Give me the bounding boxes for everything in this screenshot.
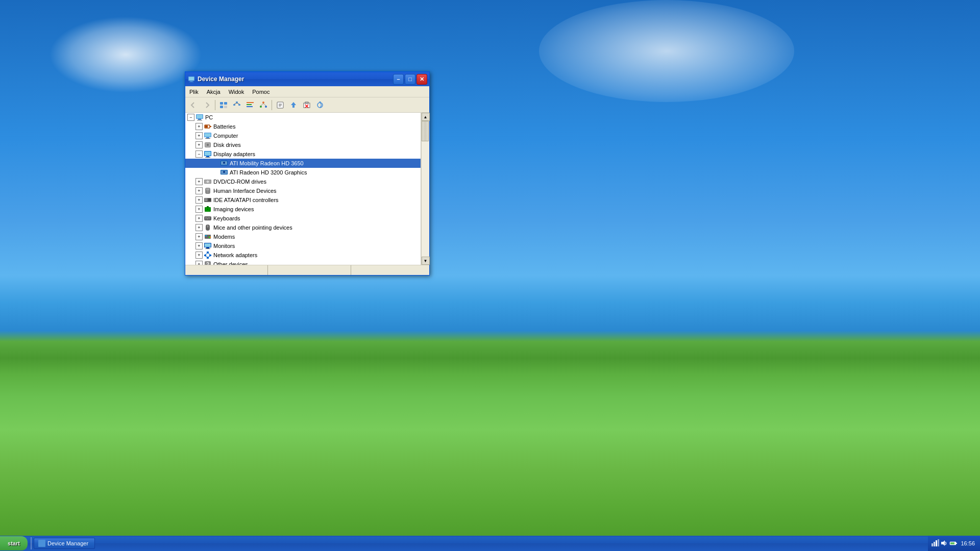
toolbar-sep-2 — [272, 100, 272, 110]
tree-root-pc[interactable]: − PC — [185, 113, 421, 122]
menu-pomoc[interactable]: Pomoc — [248, 86, 274, 97]
minimize-button[interactable]: – — [393, 74, 404, 85]
scroll-down-arrow[interactable]: ▼ — [422, 257, 430, 265]
svg-rect-94 — [207, 257, 209, 259]
taskbar-tray: 16:56 — [928, 536, 980, 551]
taskbar-items: Device Manager — [33, 536, 928, 551]
svg-rect-13 — [247, 102, 254, 103]
menu-plik[interactable]: Plik — [185, 86, 203, 97]
svg-rect-1 — [189, 77, 194, 81]
modems-expander[interactable]: + — [195, 233, 203, 240]
svg-rect-31 — [197, 115, 203, 118]
svg-rect-46 — [205, 152, 211, 156]
tray-network-icon — [931, 539, 939, 547]
dvd-expander[interactable]: + — [195, 178, 203, 185]
hid-expander[interactable]: + — [195, 187, 203, 194]
svg-rect-2 — [190, 81, 192, 82]
menu-widok[interactable]: Widok — [225, 86, 249, 97]
keyboards-expander[interactable]: + — [195, 215, 203, 222]
tree-mice[interactable]: + Mice and other pointing devices — [185, 223, 421, 232]
show-devices-by-connection-button[interactable] — [231, 99, 243, 111]
scrollbar-thumb[interactable] — [422, 121, 429, 141]
svg-rect-71 — [205, 217, 206, 218]
menu-akcja[interactable]: Akcja — [203, 86, 225, 97]
scroll-up-arrow[interactable]: ▲ — [422, 113, 430, 121]
disk-expander[interactable]: + — [195, 141, 203, 148]
tree-network[interactable]: + Network adapters — [185, 251, 421, 260]
display-icon — [204, 150, 212, 158]
taskbar-item-device-manager[interactable]: Device Manager — [34, 538, 95, 549]
back-button[interactable] — [187, 99, 200, 111]
svg-line-96 — [208, 256, 210, 257]
vertical-scrollbar[interactable]: ▲ ▼ — [421, 113, 429, 265]
tree-other[interactable]: + ? Other devices — [185, 260, 421, 265]
svg-point-18 — [265, 106, 267, 108]
status-panel-3 — [351, 265, 429, 275]
mice-expander[interactable]: + — [195, 224, 203, 231]
svg-rect-76 — [206, 218, 209, 219]
tree-ati-3200[interactable]: ATI Radeon HD 3200 Graphics — [185, 168, 421, 177]
keyboards-icon — [204, 214, 212, 222]
svg-rect-9 — [233, 104, 235, 106]
menu-bar: Plik Akcja Widok Pomoc — [185, 86, 429, 97]
svg-rect-38 — [205, 133, 211, 137]
forward-button[interactable] — [201, 99, 213, 111]
imaging-icon — [204, 205, 212, 213]
other-expander[interactable]: + — [195, 261, 203, 265]
show-resources-by-type-button[interactable] — [244, 99, 256, 111]
tree-ide[interactable]: + IDE ATA/ATAPI controllers — [185, 195, 421, 205]
show-resources-by-connection-button[interactable] — [257, 99, 270, 111]
scrollbar-track[interactable] — [422, 121, 429, 257]
tree-computer[interactable]: + Computer — [185, 131, 421, 140]
tree-disk-drives[interactable]: + Disk drives — [185, 140, 421, 149]
taskbar-device-manager-icon — [38, 540, 45, 547]
tray-volume-icon — [940, 539, 948, 547]
taskbar-item-label: Device Manager — [47, 540, 88, 546]
ati-3650-label: ATI Mobility Radeon HD 3650 — [230, 160, 304, 166]
toolbar-sep-1 — [215, 100, 215, 110]
maximize-button[interactable]: □ — [405, 74, 415, 85]
imaging-expander[interactable]: + — [195, 206, 203, 213]
pc-expander[interactable]: − — [187, 114, 194, 121]
uninstall-button[interactable] — [301, 99, 313, 111]
status-panel-2 — [268, 265, 351, 275]
tree-panel[interactable]: − PC + — [185, 113, 421, 265]
properties-button[interactable] — [274, 99, 286, 111]
tree-imaging[interactable]: + Imaging devices — [185, 205, 421, 214]
device-manager-window: Device Manager – □ ✕ Plik Akcja Widok Po… — [185, 71, 430, 276]
window-title: Device Manager — [198, 76, 391, 83]
tree-batteries[interactable]: + Batteries — [185, 122, 421, 131]
svg-rect-88 — [205, 248, 210, 249]
batteries-expander[interactable]: + — [195, 123, 203, 130]
tree-modems[interactable]: + Modems — [185, 232, 421, 241]
display-expander[interactable]: − — [195, 151, 203, 158]
svg-rect-64 — [205, 200, 207, 201]
monitors-expander[interactable]: + — [195, 242, 203, 249]
close-button[interactable]: ✕ — [416, 74, 427, 85]
titlebar: Device Manager – □ ✕ — [185, 72, 429, 86]
tree-monitors[interactable]: + Monitors — [185, 241, 421, 251]
computer-expander[interactable]: + — [195, 132, 203, 139]
show-devices-by-type-button[interactable] — [217, 99, 230, 111]
svg-rect-47 — [206, 156, 209, 157]
tree-display-adapters[interactable]: − Display adapters — [185, 149, 421, 159]
svg-rect-3 — [189, 82, 194, 82]
computer-label: Computer — [213, 133, 238, 139]
tree-dvd[interactable]: + DVD/CD-ROM drives — [185, 177, 421, 186]
batteries-label: Batteries — [213, 123, 235, 130]
svg-rect-86 — [205, 243, 211, 247]
network-expander[interactable]: + — [195, 252, 203, 259]
svg-rect-36 — [205, 126, 208, 128]
svg-rect-118 — [950, 542, 954, 544]
disk-label: Disk drives — [213, 142, 241, 148]
tree-hid[interactable]: + Human Interface Devices — [185, 186, 421, 195]
tree-keyboards[interactable]: + Keyboards — [185, 214, 421, 223]
ide-expander[interactable]: + — [195, 196, 203, 204]
scan-button[interactable] — [314, 99, 326, 111]
svg-rect-14 — [247, 104, 252, 105]
disk-icon — [204, 141, 212, 149]
start-button[interactable]: start — [0, 536, 28, 550]
update-driver-button[interactable] — [287, 99, 300, 111]
ati-3650-icon — [220, 159, 228, 167]
tree-ati-3650[interactable]: ATI Mobility Radeon HD 3650 — [185, 159, 421, 168]
